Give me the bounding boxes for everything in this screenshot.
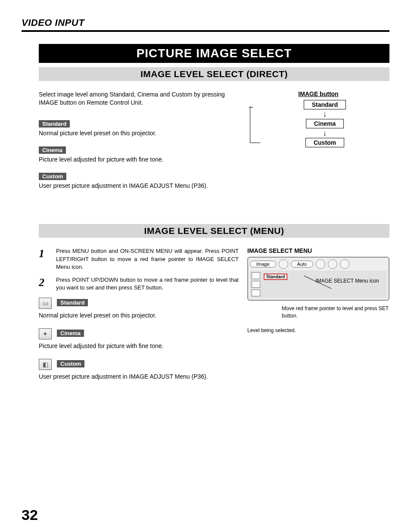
mode-label: Custom — [39, 173, 66, 180]
menu-selected-level: Standard — [264, 274, 287, 280]
menu-tab-label: Image — [250, 261, 276, 268]
callout-selection: Level being selected. — [247, 327, 389, 334]
step-item: 2 Press POINT UP/DOWN button to move a r… — [39, 276, 239, 292]
menu-top-icon — [340, 259, 349, 269]
callout-instruction: Move red frame pointer to level and pres… — [282, 305, 389, 319]
menu-screenshot: Image Auto Stand — [247, 257, 389, 301]
mode-desc: Picture level adjusted for picture with … — [39, 342, 239, 350]
callout-icon-label: IMAGE SELECT Menu icon — [313, 277, 382, 284]
mode-label: Cinema — [57, 330, 84, 337]
cycle-arrow-icon: → — [247, 103, 254, 111]
mode-desc: User preset picture adjustment in IMAGE … — [39, 182, 234, 190]
menu-side-icon — [252, 272, 260, 279]
step-item: 1 Press MENU button and ON-SCREEN MENU w… — [39, 247, 239, 271]
step-number: 2 — [39, 276, 48, 292]
image-button-diagram: IMAGE button → Standard ↓ Cinema ↓ Custo… — [247, 90, 389, 198]
step-number: 1 — [39, 247, 48, 271]
menu-screenshot-title: IMAGE SELECT MENU — [247, 247, 389, 254]
section1-heading: IMAGE LEVEL SELECT (DIRECT) — [39, 67, 389, 81]
mode-desc: Normal picture level preset on this proj… — [39, 311, 239, 320]
standard-icon: ▭ — [39, 298, 52, 309]
diagram-box: Cinema — [306, 119, 344, 128]
mode-label: Standard — [39, 120, 70, 128]
menu-mode-label: Auto — [291, 261, 314, 268]
down-arrow-icon: ↓ — [323, 110, 327, 118]
menu-top-icon — [328, 259, 337, 269]
mode-label: Standard — [57, 299, 88, 306]
step-text: Press POINT UP/DOWN button to move a red… — [56, 276, 239, 292]
cinema-icon: ✦ — [39, 328, 52, 339]
custom-icon: ◧ — [39, 359, 52, 370]
cycle-line-icon — [250, 106, 251, 143]
mode-label: Cinema — [39, 146, 66, 154]
section1-intro: Select image level among Standard, Cinem… — [39, 90, 234, 107]
mode-label: Custom — [57, 360, 84, 367]
diagram-title: IMAGE button — [247, 90, 389, 97]
diagram-box: Standard — [304, 100, 346, 109]
menu-top-icon — [279, 259, 288, 269]
section-title-bar: PICTURE IMAGE SELECT — [39, 44, 389, 63]
menu-side-icon — [252, 289, 260, 296]
diagram-box: Custom — [305, 138, 344, 147]
mode-desc: Picture level adjusted for picture with … — [39, 156, 234, 164]
mode-desc: Normal picture level preset on this proj… — [39, 129, 234, 137]
menu-side-icon — [252, 281, 260, 288]
down-arrow-icon: ↓ — [323, 129, 327, 137]
menu-top-icon — [316, 259, 325, 269]
step-text: Press MENU button and ON-SCREEN MENU wil… — [56, 247, 239, 271]
page-header: VIDEO INPUT — [22, 17, 389, 32]
section2-heading: IMAGE LEVEL SELECT (MENU) — [39, 224, 389, 238]
mode-desc: User preset picture adjustment in IMAGE … — [39, 373, 239, 381]
